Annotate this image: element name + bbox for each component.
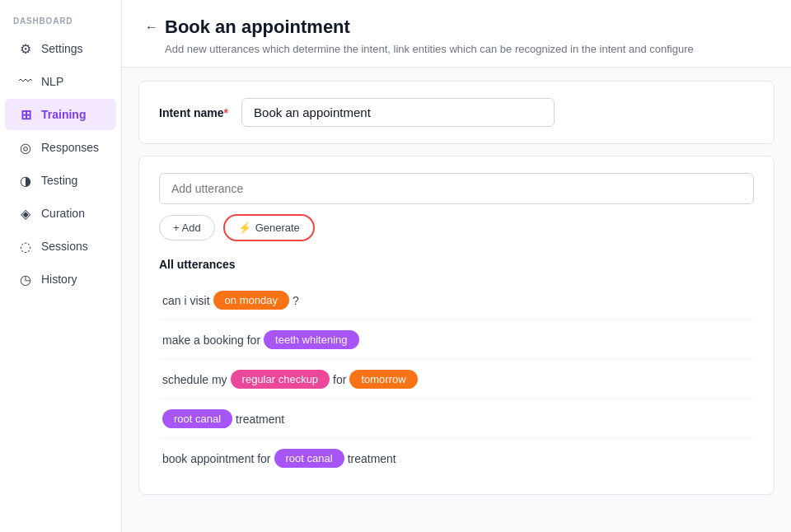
nlp-icon: 〰 — [18, 74, 33, 89]
sidebar-item-curation[interactable]: ◈ Curation — [5, 198, 116, 229]
sessions-icon: ◌ — [18, 239, 33, 254]
sidebar-item-label-training: Training — [41, 108, 86, 121]
sidebar-item-label-curation: Curation — [41, 207, 85, 220]
sidebar-item-nlp[interactable]: 〰 NLP — [5, 66, 116, 97]
responses-icon: ◎ — [18, 140, 33, 155]
entity-tag-root-canal-1[interactable]: root canal — [162, 409, 232, 428]
page-title-row: ← Book an appointment — [145, 16, 768, 38]
utterance-text: make a booking for — [162, 334, 260, 347]
back-button[interactable]: ← — [145, 20, 158, 35]
page-subtitle: Add new utterances which determine the i… — [165, 43, 768, 55]
utterance-text: can i visit — [162, 294, 210, 307]
page-title: Book an appointment — [165, 16, 350, 38]
utterance-text: treatment — [236, 413, 284, 426]
bolt-icon: ⚡ — [238, 222, 251, 234]
action-row: + Add ⚡ Generate — [159, 214, 754, 241]
utterance-row: root canal treatment — [159, 399, 754, 439]
utterance-text: schedule my — [162, 373, 227, 386]
utterances-section: + Add ⚡ Generate All utterances can i vi… — [138, 156, 775, 495]
all-utterances-title: All utterances — [159, 258, 754, 271]
utterance-text: book appointment for — [162, 452, 271, 465]
sidebar-item-label-responses: Responses — [41, 141, 99, 154]
sidebar-item-responses[interactable]: ◎ Responses — [5, 132, 116, 163]
utterance-row: can i visit on monday ? — [159, 281, 754, 320]
sidebar-item-settings[interactable]: ⚙ Settings — [5, 33, 116, 64]
intent-name-section: Intent name* — [138, 81, 775, 144]
sidebar: DASHBOARD ⚙ Settings 〰 NLP ⊞ Training ◎ … — [0, 0, 122, 532]
utterance-row: make a booking for teeth whitening — [159, 320, 754, 360]
page-header: ← Book an appointment Add new utterances… — [122, 0, 791, 68]
entity-tag-on-monday[interactable]: on monday — [213, 291, 289, 310]
sidebar-item-label-settings: Settings — [41, 42, 83, 55]
utterance-row: schedule my regular checkup for tomorrow — [159, 360, 754, 399]
history-icon: ◷ — [18, 272, 33, 287]
utterance-text: treatment — [348, 452, 396, 465]
sidebar-dashboard-label: DASHBOARD — [0, 7, 121, 32]
sidebar-item-label-testing: Testing — [41, 174, 77, 187]
testing-icon: ◑ — [18, 173, 33, 188]
settings-icon: ⚙ — [18, 41, 33, 56]
sidebar-item-label-nlp: NLP — [41, 75, 63, 88]
sidebar-item-label-sessions: Sessions — [41, 240, 88, 253]
training-icon: ⊞ — [18, 107, 33, 122]
intent-label: Intent name* — [159, 106, 228, 119]
sidebar-item-testing[interactable]: ◑ Testing — [5, 165, 116, 196]
generate-button[interactable]: ⚡ Generate — [223, 214, 315, 241]
utterance-list: can i visit on monday ? make a booking f… — [159, 281, 754, 478]
entity-tag-teeth-whitening[interactable]: teeth whitening — [264, 330, 358, 349]
utterance-row: book appointment for root canal treatmen… — [159, 439, 754, 478]
sidebar-item-sessions[interactable]: ◌ Sessions — [5, 231, 116, 262]
main-content: ← Book an appointment Add new utterances… — [122, 0, 791, 532]
intent-name-input[interactable] — [241, 98, 555, 127]
sidebar-item-label-history: History — [41, 273, 77, 286]
add-button[interactable]: + Add — [159, 215, 215, 240]
utterance-text: for — [333, 373, 346, 386]
sidebar-item-training[interactable]: ⊞ Training — [5, 99, 116, 130]
utterance-text: ? — [293, 294, 299, 307]
add-utterance-input[interactable] — [159, 173, 754, 204]
entity-tag-root-canal-2[interactable]: root canal — [274, 449, 344, 468]
required-star: * — [224, 106, 228, 119]
curation-icon: ◈ — [18, 206, 33, 221]
entity-tag-tomorrow[interactable]: tomorrow — [349, 370, 417, 389]
intent-row: Intent name* — [159, 98, 754, 127]
sidebar-item-history[interactable]: ◷ History — [5, 264, 116, 295]
entity-tag-regular-checkup[interactable]: regular checkup — [231, 370, 330, 389]
